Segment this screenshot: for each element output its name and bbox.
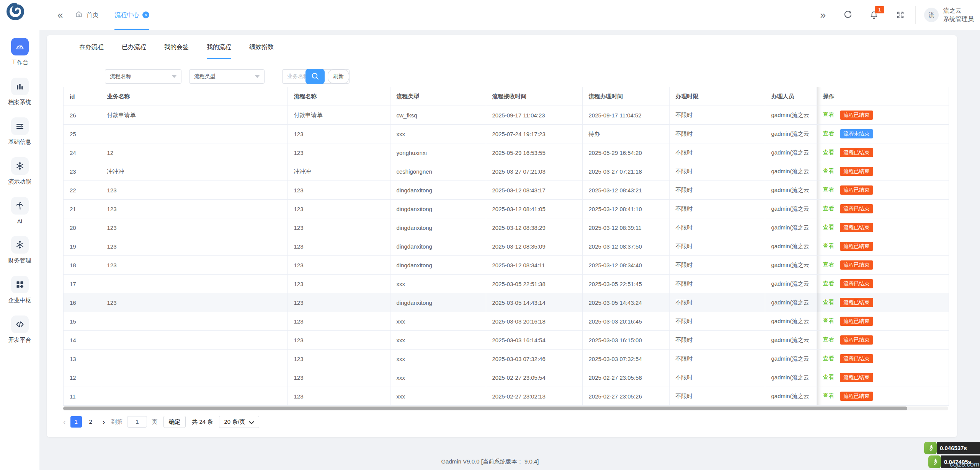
sidebar-item-workbench[interactable]: 工作台 — [0, 38, 39, 66]
cell-limit: 不限时 — [669, 331, 765, 350]
cell-limit: 不限时 — [669, 162, 765, 181]
cell-id: 22 — [64, 181, 101, 200]
status-badge: 流程已结束 — [840, 354, 874, 363]
fullscreen-icon[interactable] — [896, 11, 905, 19]
sidebar-item-dev[interactable]: 开发平台 — [0, 316, 39, 344]
process-panel: 在办流程已办流程我的会签我的流程绩效指数 流程名称 流程类型 业务名称 刷新 — [47, 35, 957, 437]
view-link[interactable]: 查看 — [823, 111, 835, 118]
cell-handled: 待办 — [582, 125, 669, 143]
search-icon — [310, 72, 320, 82]
view-link[interactable]: 查看 — [823, 336, 835, 343]
cell-type: dingdanxitong — [390, 237, 486, 256]
column-header: 业务名称 — [101, 87, 287, 106]
status-badge: 流程已结束 — [840, 204, 874, 213]
cell-actions: 查看流程已结束 — [817, 293, 949, 312]
h-scrollbar-thumb[interactable] — [63, 407, 907, 410]
sidebar-item-enterprise[interactable]: 企业中枢 — [0, 276, 39, 304]
page-number-1[interactable]: 1 — [70, 416, 82, 428]
view-link[interactable]: 查看 — [823, 299, 835, 305]
cell-business: 123 — [101, 218, 287, 237]
sidebar-item-finance[interactable]: 财务管理 — [0, 236, 39, 264]
user-name-line1: 流之云 — [943, 7, 974, 15]
cell-limit: 不限时 — [669, 200, 765, 218]
tab-my-countersign[interactable]: 我的会签 — [164, 35, 189, 59]
cell-id: 15 — [64, 312, 101, 331]
view-link[interactable]: 查看 — [823, 224, 835, 230]
tab-process-center[interactable]: 流程中心 × — [114, 0, 149, 30]
process-type-select[interactable]: 流程类型 — [189, 69, 265, 84]
cell-operator: gadmin(流之云 — [765, 125, 817, 143]
cell-type: xxx — [390, 275, 486, 293]
cell-limit: 不限时 — [669, 275, 765, 293]
table-row: 26付款申请单付款申请单cw_fksq2025-09-17 11:04:2320… — [64, 106, 949, 125]
user-avatar[interactable]: 流 — [924, 8, 939, 22]
status-badge: 流程已结束 — [840, 317, 874, 326]
view-link[interactable]: 查看 — [823, 168, 835, 174]
cell-name: 冲冲冲 — [287, 162, 390, 181]
goto-page-input[interactable]: 1 — [127, 416, 147, 428]
cell-type: xxx — [390, 312, 486, 331]
close-tab-icon[interactable]: × — [142, 11, 149, 18]
view-link[interactable]: 查看 — [823, 242, 835, 249]
cell-business: 123 — [101, 200, 287, 218]
cell-limit: 不限时 — [669, 143, 765, 162]
tab-done-process[interactable]: 已办流程 — [122, 35, 146, 59]
collapse-tabs-icon[interactable]: « — [57, 10, 63, 20]
sidebar-item-base-info[interactable]: 基础信息 — [0, 117, 39, 146]
search-button[interactable] — [305, 69, 325, 84]
tab-home[interactable]: 首页 — [75, 0, 98, 30]
filter-bar: 流程名称 流程类型 业务名称 刷新 — [47, 69, 957, 85]
cell-handled: 2025-03-03 20:16:45 — [582, 312, 669, 331]
cell-handled: 2025-03-12 08:43:21 — [582, 181, 669, 200]
refresh-page-icon[interactable] — [843, 10, 853, 20]
snowflake-icon — [11, 157, 29, 175]
cell-name: 123 — [287, 200, 390, 218]
sidebar-item-archive[interactable]: 档案系统 — [0, 78, 39, 106]
table-row: 16123123dingdanxitong2025-03-05 14:43:14… — [64, 293, 949, 312]
pagination: ‹ 12 › 到第 1 页 确定 共 24 条 20 条/页 — [63, 415, 259, 428]
cell-limit: 不限时 — [669, 106, 765, 125]
sidebar-item-demo[interactable]: 演示功能 — [0, 157, 39, 185]
cell-type: dingdanxitong — [390, 293, 486, 312]
cell-id: 19 — [64, 237, 101, 256]
tab-in-process[interactable]: 在办流程 — [79, 35, 104, 59]
perf-time-1: 0.046537s — [937, 442, 980, 454]
page-number-2[interactable]: 2 — [85, 416, 96, 428]
goto-label: 到第 — [111, 418, 122, 426]
view-link[interactable]: 查看 — [823, 261, 835, 268]
user-name[interactable]: 流之云 系统管理员 — [943, 7, 974, 24]
view-link[interactable]: 查看 — [823, 130, 835, 137]
expand-tabs-icon[interactable]: » — [820, 10, 826, 20]
process-name-select[interactable]: 流程名称 — [105, 69, 181, 84]
cell-received: 2025-03-03 16:14:54 — [486, 331, 582, 350]
confirm-goto-button[interactable]: 确定 — [163, 416, 186, 428]
view-link[interactable]: 查看 — [823, 280, 835, 286]
footer-version: Gadmin V9.0.0 [当前系统版本： 9.0.4] — [0, 458, 980, 465]
cell-received: 2025-03-05 22:51:38 — [486, 275, 582, 293]
view-link[interactable]: 查看 — [823, 149, 835, 155]
view-link[interactable]: 查看 — [823, 317, 835, 324]
refresh-list-button[interactable]: 刷新 — [328, 70, 349, 83]
page-unit-label: 页 — [152, 418, 157, 426]
sidebar: 工作台档案系统基础信息演示功能Ai财务管理企业中枢开发平台 — [0, 30, 39, 470]
view-link[interactable]: 查看 — [823, 392, 835, 399]
table-row: 20123123dingdanxitong2025-03-12 08:38:29… — [64, 218, 949, 237]
cell-operator: gadmin(流之云 — [765, 181, 817, 200]
page-size-select[interactable]: 20 条/页 — [219, 416, 259, 428]
next-page-arrow[interactable]: › — [103, 418, 105, 426]
view-link[interactable]: 查看 — [823, 205, 835, 211]
prev-page-arrow[interactable]: ‹ — [63, 418, 66, 426]
cell-name: 123 — [287, 143, 390, 162]
view-link[interactable]: 查看 — [823, 186, 835, 193]
cell-type: dingdanxitong — [390, 256, 486, 275]
cell-received: 2025-02-27 23:05:54 — [486, 368, 582, 387]
tab-my-process[interactable]: 我的流程 — [207, 35, 231, 59]
tab-kpi[interactable]: 绩效指数 — [249, 35, 274, 59]
view-link[interactable]: 查看 — [823, 355, 835, 361]
notifications-bell-icon[interactable]: 1 — [869, 10, 879, 20]
sidebar-item-ai[interactable]: Ai — [0, 197, 39, 224]
cell-actions: 查看流程已结束 — [817, 275, 949, 293]
view-link[interactable]: 查看 — [823, 374, 835, 380]
cell-name: 123 — [287, 275, 390, 293]
tab-home-label: 首页 — [86, 11, 98, 19]
